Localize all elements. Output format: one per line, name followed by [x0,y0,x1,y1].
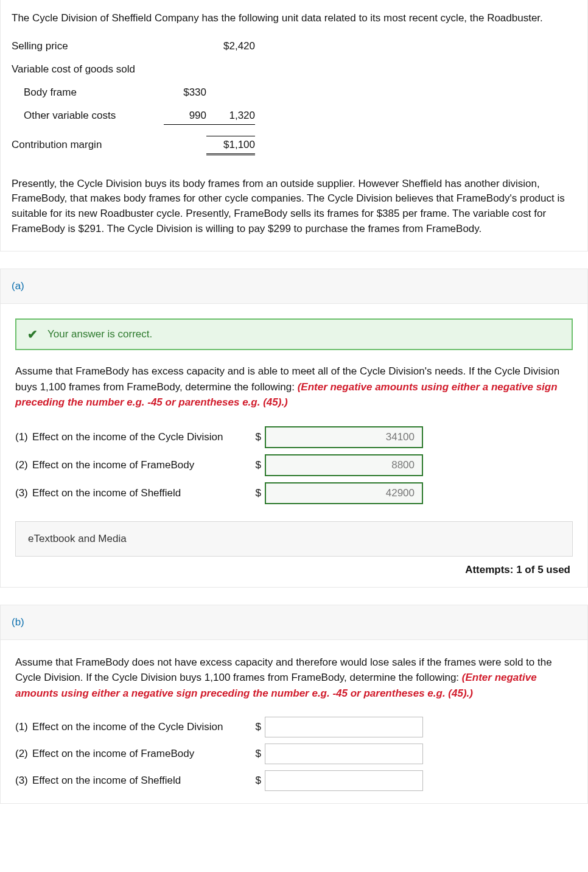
body-frame-label: Body frame [12,86,164,99]
answer-row-2: (2) Effect on the income of FrameBody $ [15,454,573,476]
answer-label: Effect on the income of the Cycle Divisi… [32,721,251,733]
answer-label: Effect on the income of the Cycle Divisi… [32,431,251,443]
answer-input-framebody[interactable] [265,744,423,764]
dollar-sign: $ [251,487,265,499]
part-b-answers: (1) Effect on the income of the Cycle Di… [15,717,573,791]
answer-input-cycle-division[interactable] [265,426,423,448]
correct-banner: ✔ Your answer is correct. [15,318,573,350]
answer-row-3: (3) Effect on the income of Sheffield $ [15,770,573,791]
selling-price-label: Selling price [12,40,164,52]
part-b-header: (b) [1,605,587,640]
unit-data-table: Selling price $2,420 Variable cost of go… [12,35,576,161]
intro-text: The Cycle Division of Sheffield Company … [12,11,576,26]
part-a-answers: (1) Effect on the income of the Cycle Di… [15,426,573,504]
answer-label: Effect on the income of FrameBody [32,459,251,471]
part-b: (b) Assume that FrameBody does not have … [0,605,588,804]
question-stem: The Cycle Division of Sheffield Company … [0,0,588,251]
answer-label: Effect on the income of FrameBody [32,748,251,760]
dollar-sign: $ [251,459,265,471]
dollar-sign: $ [251,775,265,787]
body-frame-value: $330 [164,86,206,99]
attempts-text: Attempts: 1 of 5 used [15,564,573,576]
contribution-label: Contribution margin [12,139,164,151]
check-icon: ✔ [27,327,38,342]
answer-row-3: (3) Effect on the income of Sheffield $ [15,482,573,504]
dollar-sign: $ [251,431,265,443]
other-var-label: Other variable costs [12,110,164,122]
part-a: (a) ✔ Your answer is correct. Assume tha… [0,269,588,588]
contribution-value: $1,100 [206,136,255,155]
dollar-sign: $ [251,721,265,733]
answer-input-cycle-division[interactable] [265,717,423,737]
answer-row-1: (1) Effect on the income of the Cycle Di… [15,426,573,448]
answer-input-framebody[interactable] [265,454,423,476]
answer-row-1: (1) Effect on the income of the Cycle Di… [15,717,573,737]
other-var-value: 990 [164,110,206,125]
answer-input-sheffield[interactable] [265,770,423,791]
etextbook-media-button[interactable]: eTextbook and Media [15,521,573,557]
scenario-paragraph: Presently, the Cycle Division buys its b… [12,177,576,237]
part-b-prompt: Assume that FrameBody does not have exce… [15,655,573,701]
answer-row-2: (2) Effect on the income of FrameBody $ [15,744,573,764]
dollar-sign: $ [251,748,265,760]
part-a-header: (a) [1,269,587,304]
answer-input-sheffield[interactable] [265,482,423,504]
vcogs-total: 1,320 [206,110,255,125]
vcogs-label: Variable cost of goods sold [12,63,164,76]
selling-price-value: $2,420 [206,40,255,52]
answer-label: Effect on the income of Sheffield [32,487,251,499]
part-a-prompt: Assume that FrameBody has excess capacit… [15,364,573,410]
answer-label: Effect on the income of Sheffield [32,775,251,787]
correct-banner-text: Your answer is correct. [47,328,152,340]
